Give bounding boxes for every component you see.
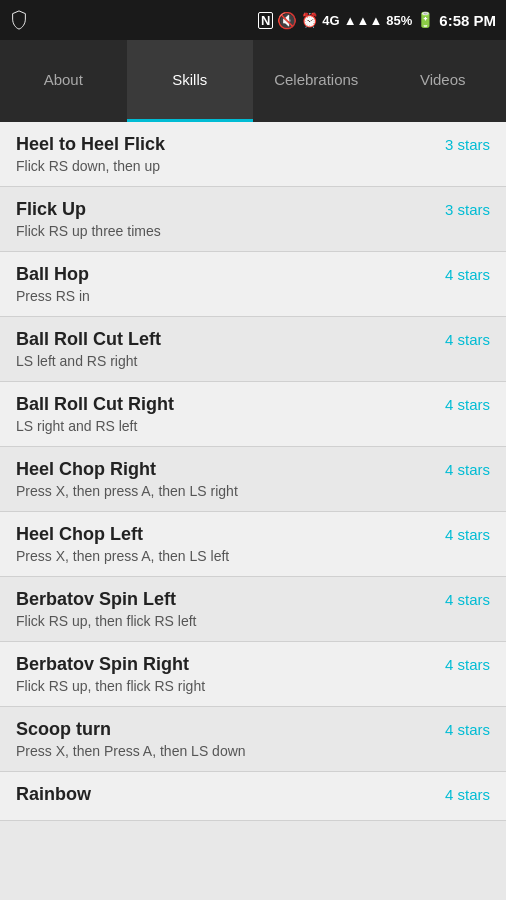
skill-stars: 4 stars xyxy=(445,329,490,348)
skill-info: Berbatov Spin LeftFlick RS up, then flic… xyxy=(16,589,435,629)
skill-info: Heel Chop RightPress X, then press A, th… xyxy=(16,459,435,499)
skills-list: Heel to Heel FlickFlick RS down, then up… xyxy=(0,122,506,900)
skill-info: Ball HopPress RS in xyxy=(16,264,435,304)
list-item[interactable]: Ball HopPress RS in4 stars xyxy=(0,252,506,317)
signal-icon: ▲▲▲ xyxy=(344,13,383,28)
tab-about[interactable]: About xyxy=(0,40,127,122)
list-item[interactable]: Heel Chop LeftPress X, then press A, the… xyxy=(0,512,506,577)
skill-stars: 4 stars xyxy=(445,784,490,803)
skill-name: Ball Roll Cut Left xyxy=(16,329,435,350)
tab-celebrations[interactable]: Celebrations xyxy=(253,40,380,122)
skill-stars: 4 stars xyxy=(445,654,490,673)
battery-icon: 🔋 xyxy=(416,11,435,29)
list-item[interactable]: Heel Chop RightPress X, then press A, th… xyxy=(0,447,506,512)
skill-description: Flick RS up three times xyxy=(16,223,435,239)
skill-stars: 4 stars xyxy=(445,524,490,543)
volume-off-icon: 🔇 xyxy=(277,11,297,30)
tab-skills-label: Skills xyxy=(172,71,207,88)
skill-info: Flick UpFlick RS up three times xyxy=(16,199,435,239)
skill-stars: 4 stars xyxy=(445,589,490,608)
list-item[interactable]: Ball Roll Cut RightLS right and RS left4… xyxy=(0,382,506,447)
skill-description: Press X, then Press A, then LS down xyxy=(16,743,435,759)
skill-name: Rainbow xyxy=(16,784,435,805)
skill-description: Flick RS down, then up xyxy=(16,158,435,174)
list-item[interactable]: Scoop turnPress X, then Press A, then LS… xyxy=(0,707,506,772)
tab-videos[interactable]: Videos xyxy=(380,40,507,122)
list-item[interactable]: Ball Roll Cut LeftLS left and RS right4 … xyxy=(0,317,506,382)
skill-name: Ball Roll Cut Right xyxy=(16,394,435,415)
network-type-label: 4G xyxy=(322,13,339,28)
status-right-icons: N 🔇 ⏰ 4G ▲▲▲ 85% 🔋 6:58 PM xyxy=(258,11,496,30)
list-item[interactable]: Rainbow4 stars xyxy=(0,772,506,821)
skill-name: Heel Chop Right xyxy=(16,459,435,480)
skill-stars: 4 stars xyxy=(445,394,490,413)
skill-name: Flick Up xyxy=(16,199,435,220)
skill-stars: 3 stars xyxy=(445,134,490,153)
skill-stars: 4 stars xyxy=(445,459,490,478)
skill-name: Ball Hop xyxy=(16,264,435,285)
skill-stars: 4 stars xyxy=(445,264,490,283)
battery-label: 85% xyxy=(386,13,412,28)
skill-info: Heel to Heel FlickFlick RS down, then up xyxy=(16,134,435,174)
skill-info: Heel Chop LeftPress X, then press A, the… xyxy=(16,524,435,564)
skill-description: LS left and RS right xyxy=(16,353,435,369)
tab-celebrations-label: Celebrations xyxy=(274,71,358,88)
skill-name: Heel to Heel Flick xyxy=(16,134,435,155)
alarm-icon: ⏰ xyxy=(301,12,318,28)
status-left-icons xyxy=(10,10,28,30)
skill-info: Ball Roll Cut RightLS right and RS left xyxy=(16,394,435,434)
skill-description: Flick RS up, then flick RS left xyxy=(16,613,435,629)
tab-bar: About Skills Celebrations Videos xyxy=(0,40,506,122)
skill-description: Press X, then press A, then LS left xyxy=(16,548,435,564)
time-label: 6:58 PM xyxy=(439,12,496,29)
skill-name: Berbatov Spin Right xyxy=(16,654,435,675)
skill-description: Flick RS up, then flick RS right xyxy=(16,678,435,694)
list-item[interactable]: Heel to Heel FlickFlick RS down, then up… xyxy=(0,122,506,187)
skill-name: Heel Chop Left xyxy=(16,524,435,545)
skill-description: LS right and RS left xyxy=(16,418,435,434)
skill-stars: 3 stars xyxy=(445,199,490,218)
tab-skills[interactable]: Skills xyxy=(127,40,254,122)
list-item[interactable]: Flick UpFlick RS up three times3 stars xyxy=(0,187,506,252)
skill-info: Scoop turnPress X, then Press A, then LS… xyxy=(16,719,435,759)
tab-videos-label: Videos xyxy=(420,71,466,88)
skill-info: Rainbow xyxy=(16,784,435,808)
skill-name: Berbatov Spin Left xyxy=(16,589,435,610)
skill-info: Berbatov Spin RightFlick RS up, then fli… xyxy=(16,654,435,694)
list-item[interactable]: Berbatov Spin RightFlick RS up, then fli… xyxy=(0,642,506,707)
skill-info: Ball Roll Cut LeftLS left and RS right xyxy=(16,329,435,369)
status-bar: N 🔇 ⏰ 4G ▲▲▲ 85% 🔋 6:58 PM xyxy=(0,0,506,40)
list-item[interactable]: Berbatov Spin LeftFlick RS up, then flic… xyxy=(0,577,506,642)
nfc-icon: N xyxy=(258,12,273,29)
skill-stars: 4 stars xyxy=(445,719,490,738)
tab-about-label: About xyxy=(44,71,83,88)
skill-description: Press RS in xyxy=(16,288,435,304)
skill-description: Press X, then press A, then LS right xyxy=(16,483,435,499)
shield-icon xyxy=(10,10,28,30)
skill-name: Scoop turn xyxy=(16,719,435,740)
